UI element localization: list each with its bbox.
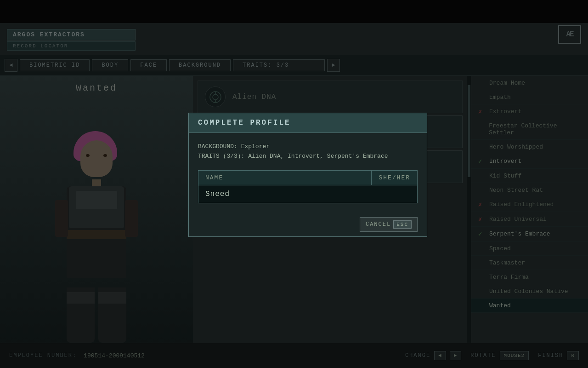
cancel-key-badge: ESC [393,220,412,229]
background-label: BACKGROUND: [198,143,237,150]
complete-profile-modal: COMPLETE PROFILE BACKGROUND: Explorer TR… [188,113,427,237]
modal-info: BACKGROUND: Explorer TRAITS (3/3): Alien… [198,142,418,161]
name-pronoun-row: NAME SHE/HER [198,170,418,185]
modal-footer: CANCEL ESC [189,213,427,236]
traits-value: Alien DNA, Introvert, Serpent's Embrace [248,153,388,160]
modal-overlay: COMPLETE PROFILE BACKGROUND: Explorer TR… [0,0,588,368]
cancel-button[interactable]: CANCEL ESC [360,217,418,232]
cancel-label: CANCEL [366,221,391,228]
pronoun-label: SHE/HER [372,171,417,185]
background-value: Explorer [241,143,270,150]
modal-title: COMPLETE PROFILE [189,113,427,133]
traits-label: TRAITS (3/3): [198,153,244,160]
name-label: NAME [198,171,372,185]
name-input[interactable] [198,185,417,203]
modal-body: BACKGROUND: Explorer TRAITS (3/3): Alien… [189,133,427,213]
name-input-row[interactable] [198,185,418,203]
